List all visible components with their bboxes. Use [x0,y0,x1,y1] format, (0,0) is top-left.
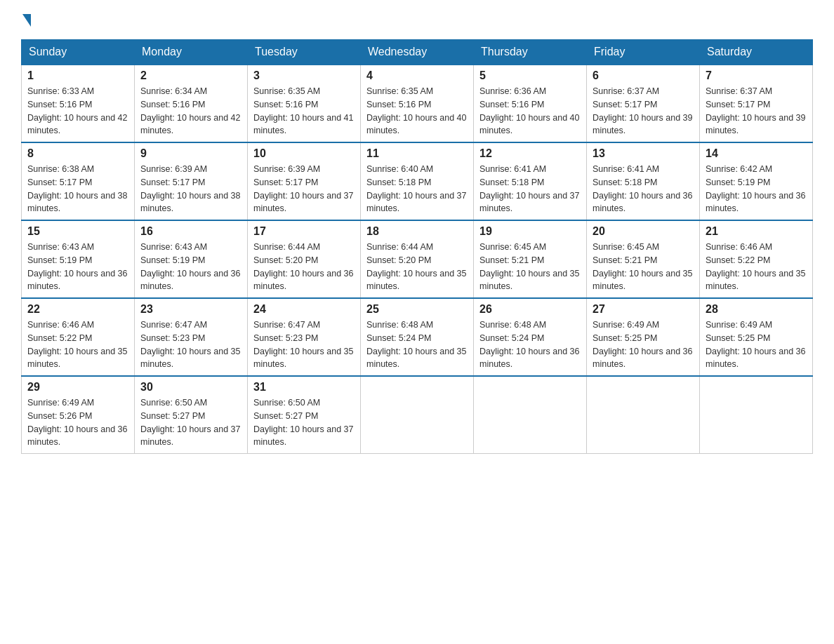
day-info: Sunrise: 6:36 AMSunset: 5:16 PMDaylight:… [479,85,581,137]
day-number: 12 [479,147,581,160]
calendar-cell: 7Sunrise: 6:37 AMSunset: 5:17 PMDaylight… [700,65,813,142]
day-info: Sunrise: 6:39 AMSunset: 5:17 PMDaylight:… [140,163,241,215]
calendar-cell [361,376,474,454]
calendar-cell: 4Sunrise: 6:35 AMSunset: 5:16 PMDaylight… [361,65,474,142]
day-number: 4 [366,69,468,82]
day-number: 24 [253,303,355,316]
day-number: 1 [27,69,128,82]
logo-arrow-icon [22,14,31,27]
calendar-cell: 30Sunrise: 6:50 AMSunset: 5:27 PMDayligh… [135,376,248,454]
day-number: 21 [706,225,807,238]
calendar-cell: 28Sunrise: 6:49 AMSunset: 5:25 PMDayligh… [700,298,813,376]
calendar-cell [587,376,700,454]
calendar-header-row: SundayMondayTuesdayWednesdayThursdayFrid… [22,40,813,65]
day-info: Sunrise: 6:44 AMSunset: 5:20 PMDaylight:… [366,241,468,293]
calendar-cell: 19Sunrise: 6:45 AMSunset: 5:21 PMDayligh… [474,220,587,298]
calendar-cell: 2Sunrise: 6:34 AMSunset: 5:16 PMDaylight… [135,65,248,142]
day-info: Sunrise: 6:48 AMSunset: 5:24 PMDaylight:… [366,318,468,371]
day-info: Sunrise: 6:38 AMSunset: 5:17 PMDaylight:… [27,163,128,215]
calendar-cell: 6Sunrise: 6:37 AMSunset: 5:17 PMDaylight… [587,65,700,142]
calendar-cell: 18Sunrise: 6:44 AMSunset: 5:20 PMDayligh… [361,220,474,298]
day-info: Sunrise: 6:42 AMSunset: 5:19 PMDaylight:… [706,163,807,215]
day-number: 19 [479,225,581,238]
calendar-cell: 26Sunrise: 6:48 AMSunset: 5:24 PMDayligh… [474,298,587,376]
day-info: Sunrise: 6:39 AMSunset: 5:17 PMDaylight:… [253,163,355,215]
day-number: 14 [706,147,807,160]
day-info: Sunrise: 6:45 AMSunset: 5:21 PMDaylight:… [479,241,581,293]
calendar-cell: 12Sunrise: 6:41 AMSunset: 5:18 PMDayligh… [474,142,587,220]
calendar-cell: 27Sunrise: 6:49 AMSunset: 5:25 PMDayligh… [587,298,700,376]
day-info: Sunrise: 6:35 AMSunset: 5:16 PMDaylight:… [366,85,468,137]
calendar-cell: 17Sunrise: 6:44 AMSunset: 5:20 PMDayligh… [248,220,361,298]
day-number: 2 [140,69,241,82]
calendar-cell: 25Sunrise: 6:48 AMSunset: 5:24 PMDayligh… [361,298,474,376]
day-info: Sunrise: 6:37 AMSunset: 5:17 PMDaylight:… [706,85,807,137]
col-header-wednesday: Wednesday [361,40,474,65]
day-number: 18 [366,225,468,238]
day-number: 11 [366,147,468,160]
page-header [21,14,813,27]
calendar-week-row: 22Sunrise: 6:46 AMSunset: 5:22 PMDayligh… [22,298,813,376]
day-info: Sunrise: 6:50 AMSunset: 5:27 PMDaylight:… [253,396,355,449]
calendar-week-row: 8Sunrise: 6:38 AMSunset: 5:17 PMDaylight… [22,142,813,220]
calendar-cell: 16Sunrise: 6:43 AMSunset: 5:19 PMDayligh… [135,220,248,298]
day-number: 20 [593,225,694,238]
calendar-cell: 5Sunrise: 6:36 AMSunset: 5:16 PMDaylight… [474,65,587,142]
day-info: Sunrise: 6:35 AMSunset: 5:16 PMDaylight:… [253,85,355,137]
day-info: Sunrise: 6:46 AMSunset: 5:22 PMDaylight:… [706,241,807,293]
day-info: Sunrise: 6:50 AMSunset: 5:27 PMDaylight:… [140,396,241,449]
calendar-cell: 29Sunrise: 6:49 AMSunset: 5:26 PMDayligh… [22,376,135,454]
day-number: 3 [253,69,355,82]
calendar-cell [700,376,813,454]
day-number: 25 [366,303,468,316]
day-info: Sunrise: 6:40 AMSunset: 5:18 PMDaylight:… [366,163,468,215]
day-info: Sunrise: 6:34 AMSunset: 5:16 PMDaylight:… [140,85,241,137]
day-number: 28 [706,303,807,316]
day-info: Sunrise: 6:41 AMSunset: 5:18 PMDaylight:… [593,163,694,215]
day-number: 5 [479,69,581,82]
col-header-saturday: Saturday [700,40,813,65]
day-number: 15 [27,225,128,238]
calendar-cell: 31Sunrise: 6:50 AMSunset: 5:27 PMDayligh… [248,376,361,454]
day-info: Sunrise: 6:49 AMSunset: 5:25 PMDaylight:… [706,318,807,371]
calendar-cell: 24Sunrise: 6:47 AMSunset: 5:23 PMDayligh… [248,298,361,376]
calendar-cell: 3Sunrise: 6:35 AMSunset: 5:16 PMDaylight… [248,65,361,142]
day-info: Sunrise: 6:47 AMSunset: 5:23 PMDaylight:… [140,318,241,371]
day-number: 17 [253,225,355,238]
calendar-cell: 9Sunrise: 6:39 AMSunset: 5:17 PMDaylight… [135,142,248,220]
day-info: Sunrise: 6:49 AMSunset: 5:26 PMDaylight:… [27,396,128,449]
calendar-cell: 14Sunrise: 6:42 AMSunset: 5:19 PMDayligh… [700,142,813,220]
day-info: Sunrise: 6:47 AMSunset: 5:23 PMDaylight:… [253,318,355,371]
col-header-tuesday: Tuesday [248,40,361,65]
col-header-thursday: Thursday [474,40,587,65]
calendar-cell: 15Sunrise: 6:43 AMSunset: 5:19 PMDayligh… [22,220,135,298]
calendar-cell: 13Sunrise: 6:41 AMSunset: 5:18 PMDayligh… [587,142,700,220]
day-number: 26 [479,303,581,316]
calendar-cell: 20Sunrise: 6:45 AMSunset: 5:21 PMDayligh… [587,220,700,298]
day-info: Sunrise: 6:45 AMSunset: 5:21 PMDaylight:… [593,241,694,293]
calendar-week-row: 15Sunrise: 6:43 AMSunset: 5:19 PMDayligh… [22,220,813,298]
day-info: Sunrise: 6:49 AMSunset: 5:25 PMDaylight:… [593,318,694,371]
day-number: 30 [140,381,241,394]
day-info: Sunrise: 6:37 AMSunset: 5:17 PMDaylight:… [593,85,694,137]
calendar-week-row: 29Sunrise: 6:49 AMSunset: 5:26 PMDayligh… [22,376,813,454]
calendar-cell: 23Sunrise: 6:47 AMSunset: 5:23 PMDayligh… [135,298,248,376]
day-info: Sunrise: 6:44 AMSunset: 5:20 PMDaylight:… [253,241,355,293]
day-info: Sunrise: 6:46 AMSunset: 5:22 PMDaylight:… [27,318,128,371]
calendar-cell: 11Sunrise: 6:40 AMSunset: 5:18 PMDayligh… [361,142,474,220]
calendar-week-row: 1Sunrise: 6:33 AMSunset: 5:16 PMDaylight… [22,65,813,142]
day-number: 10 [253,147,355,160]
day-number: 23 [140,303,241,316]
day-number: 8 [27,147,128,160]
calendar-cell: 21Sunrise: 6:46 AMSunset: 5:22 PMDayligh… [700,220,813,298]
calendar-table: SundayMondayTuesdayWednesdayThursdayFrid… [21,39,813,454]
day-number: 9 [140,147,241,160]
day-number: 6 [593,69,694,82]
calendar-cell [474,376,587,454]
day-number: 22 [27,303,128,316]
col-header-monday: Monday [135,40,248,65]
day-number: 29 [27,381,128,394]
day-info: Sunrise: 6:41 AMSunset: 5:18 PMDaylight:… [479,163,581,215]
col-header-sunday: Sunday [22,40,135,65]
day-number: 7 [706,69,807,82]
